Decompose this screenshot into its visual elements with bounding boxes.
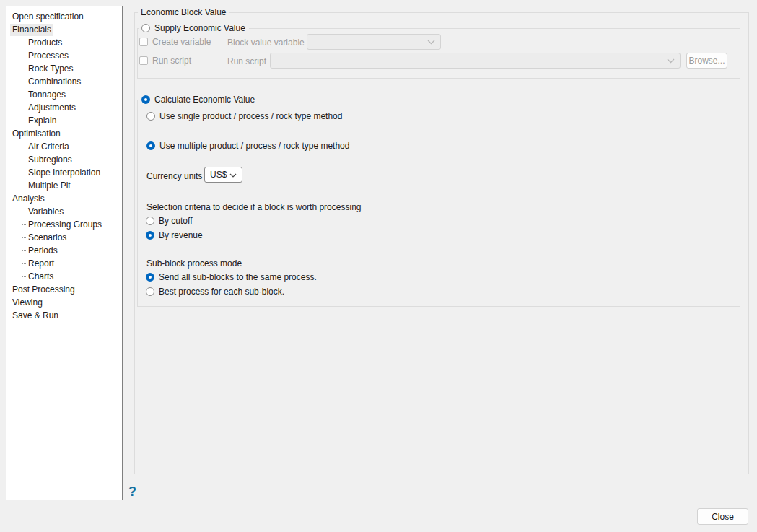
by-revenue-label: By revenue xyxy=(159,230,203,240)
single-method-label: Use single product / process / rock type… xyxy=(159,111,342,121)
sidebar-item-label: Post Processing xyxy=(10,284,77,296)
run-script-option[interactable]: Run script xyxy=(139,56,191,66)
sidebar-item-tonnages[interactable]: Tonnages xyxy=(6,88,122,101)
sidebar-item-post-processing[interactable]: Post Processing xyxy=(6,283,122,296)
supply-economic-value-label: Supply Economic Value xyxy=(154,23,245,33)
browse-button-label: Browse... xyxy=(688,56,725,66)
by-revenue-option[interactable]: By revenue xyxy=(146,230,203,240)
block-value-variable-label: Block value variable xyxy=(227,38,305,48)
sidebar-item-label: Scenarios xyxy=(26,232,69,244)
sidebar-item-variables[interactable]: Variables xyxy=(6,205,122,218)
by-cutoff-option[interactable]: By cutoff xyxy=(146,216,192,226)
sidebar-item-report[interactable]: Report xyxy=(6,257,122,270)
create-variable-checkbox[interactable] xyxy=(139,38,148,46)
send-all-sub-blocks-radio[interactable] xyxy=(146,273,154,282)
sidebar-item-viewing[interactable]: Viewing xyxy=(6,296,122,309)
sidebar-item-subregions[interactable]: Subregions xyxy=(6,153,122,166)
by-cutoff-label: By cutoff xyxy=(159,216,192,226)
best-process-radio[interactable] xyxy=(146,287,154,296)
sidebar-item-periods[interactable]: Periods xyxy=(6,244,122,257)
sidebar-item-label: Analysis xyxy=(10,193,47,205)
calculate-economic-value-radio[interactable] xyxy=(141,95,150,104)
best-process-option[interactable]: Best process for each sub-block. xyxy=(146,287,284,297)
sidebar-item-label: Adjustments xyxy=(26,102,78,114)
navigation-tree: Open specification Financials Products P… xyxy=(6,6,123,500)
create-variable-label: Create variable xyxy=(152,37,211,47)
sidebar-item-label: Variables xyxy=(26,206,66,218)
sidebar-item-label: Processes xyxy=(26,50,71,62)
sidebar-item-label: Open specification xyxy=(10,11,86,23)
currency-units-select[interactable]: US$ xyxy=(204,167,242,183)
sidebar-item-combinations[interactable]: Combinations xyxy=(6,75,122,88)
sidebar-item-scenarios[interactable]: Scenarios xyxy=(6,231,122,244)
sidebar-item-financials[interactable]: Financials xyxy=(6,23,122,36)
block-value-variable-select[interactable] xyxy=(307,34,441,50)
sidebar-item-rock-types[interactable]: Rock Types xyxy=(6,62,122,75)
browse-button[interactable]: Browse... xyxy=(686,53,727,69)
sidebar-item-air-criteria[interactable]: Air Criteria xyxy=(6,140,122,153)
by-revenue-radio[interactable] xyxy=(146,231,154,240)
selection-criteria-heading: Selection criteria to decide if a block … xyxy=(146,202,361,212)
by-cutoff-radio[interactable] xyxy=(146,217,154,225)
sidebar-item-explain[interactable]: Explain xyxy=(6,114,122,127)
chevron-down-icon xyxy=(427,37,435,47)
send-all-sub-blocks-option[interactable]: Send all sub-blocks to the same process. xyxy=(146,272,317,282)
sidebar-item-label: Optimisation xyxy=(10,128,63,140)
close-button[interactable]: Close xyxy=(697,508,748,525)
sidebar-item-label: Explain xyxy=(26,115,58,127)
sidebar-item-analysis[interactable]: Analysis xyxy=(6,192,122,205)
sidebar-item-label: Subregions xyxy=(26,154,74,166)
sidebar-item-label: Financials xyxy=(10,24,53,36)
single-method-radio[interactable] xyxy=(146,112,155,121)
help-icon[interactable]: ? xyxy=(128,484,136,500)
sidebar-item-label: Air Criteria xyxy=(26,141,71,153)
sidebar-item-processing-groups[interactable]: Processing Groups xyxy=(6,218,122,231)
multiple-method-option[interactable]: Use multiple product / process / rock ty… xyxy=(146,141,349,151)
sidebar-item-label: Tonnages xyxy=(26,89,68,101)
run-script-checkbox-label: Run script xyxy=(152,56,191,66)
economic-block-value-title: Economic Block Value xyxy=(138,7,229,17)
sidebar-item-save-and-run[interactable]: Save & Run xyxy=(6,309,122,322)
chevron-down-icon xyxy=(667,56,675,66)
sidebar-item-products[interactable]: Products xyxy=(6,36,122,49)
chevron-down-icon xyxy=(229,170,237,180)
economic-block-value-window: Open specification Financials Products P… xyxy=(0,0,757,532)
sub-block-process-mode-heading: Sub-block process mode xyxy=(146,258,242,269)
send-all-sub-blocks-label: Send all sub-blocks to the same process. xyxy=(159,272,317,282)
sidebar-item-label: Viewing xyxy=(10,297,45,309)
multiple-method-label: Use multiple product / process / rock ty… xyxy=(159,141,349,151)
sidebar-item-label: Slope Interpolation xyxy=(26,167,102,179)
sidebar-item-label: Combinations xyxy=(26,76,83,88)
supply-economic-value-radio[interactable] xyxy=(141,24,150,32)
create-variable-option[interactable]: Create variable xyxy=(139,37,211,47)
single-method-option[interactable]: Use single product / process / rock type… xyxy=(146,111,342,121)
best-process-label: Best process for each sub-block. xyxy=(159,287,284,297)
sidebar-item-processes[interactable]: Processes xyxy=(6,49,122,62)
sidebar-item-label: Report xyxy=(26,258,56,270)
sidebar-item-label: Multiple Pit xyxy=(26,180,73,192)
sidebar-item-label: Save & Run xyxy=(10,310,61,322)
run-script-field-label: Run script xyxy=(227,56,266,66)
sidebar-item-label: Processing Groups xyxy=(26,219,104,231)
sidebar-item-slope-interpolation[interactable]: Slope Interpolation xyxy=(6,166,122,179)
calculate-economic-value-label: Calculate Economic Value xyxy=(154,95,255,105)
currency-units-label: Currency units xyxy=(146,171,202,181)
close-button-label: Close xyxy=(712,512,734,522)
sidebar-item-multiple-pit[interactable]: Multiple Pit xyxy=(6,179,122,192)
run-script-checkbox[interactable] xyxy=(139,56,148,65)
sidebar-item-open-specification[interactable]: Open specification xyxy=(6,10,122,23)
sidebar-item-label: Charts xyxy=(26,271,56,283)
multiple-method-radio[interactable] xyxy=(146,141,155,150)
supply-economic-value-option[interactable]: Supply Economic Value xyxy=(139,22,249,34)
sidebar-item-label: Products xyxy=(26,37,64,49)
sidebar-item-adjustments[interactable]: Adjustments xyxy=(6,101,122,114)
sidebar-item-optimisation[interactable]: Optimisation xyxy=(6,127,122,140)
currency-units-value: US$ xyxy=(210,170,227,180)
sidebar-item-label: Periods xyxy=(26,245,60,257)
sidebar-item-label: Rock Types xyxy=(26,63,75,75)
sidebar-item-charts[interactable]: Charts xyxy=(6,270,122,283)
calculate-economic-value-option[interactable]: Calculate Economic Value xyxy=(139,94,258,105)
run-script-select[interactable] xyxy=(270,53,681,69)
